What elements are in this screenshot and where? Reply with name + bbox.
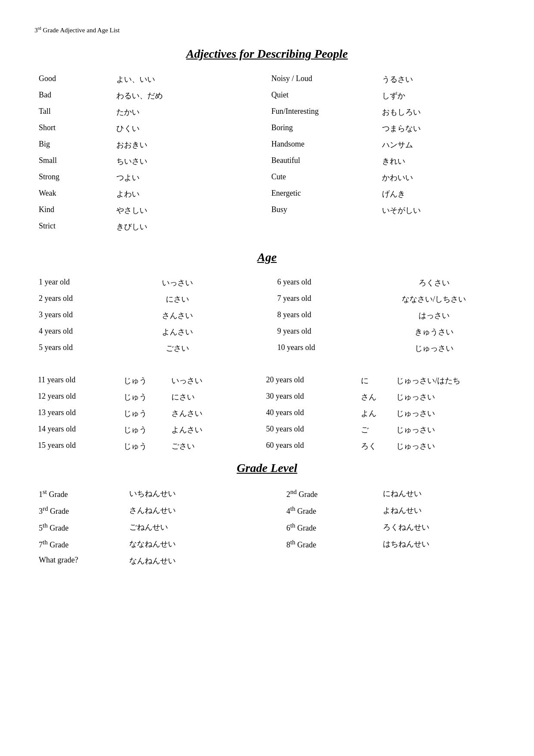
age-ext-jp1-left: じゅう xyxy=(120,405,168,422)
adj-eng-left: Bad xyxy=(34,87,112,104)
adj-eng-right xyxy=(267,219,378,235)
grade-jp-left: いちねんせい xyxy=(125,485,246,502)
grade-jp-right: はちねんせい xyxy=(379,536,500,553)
age-ext-jp2-left: よんさい xyxy=(168,422,239,438)
age-eng-right: 9 years old xyxy=(273,324,369,340)
adj-jp-right: ハンサム xyxy=(378,137,500,153)
adj-eng-left: Kind xyxy=(34,202,112,219)
adj-jp-left: よい、いい xyxy=(112,71,234,87)
age-title: Age xyxy=(34,250,500,264)
age-ext-jp1-right: に xyxy=(357,372,393,389)
age-ext-jp2-left: さんさい xyxy=(168,405,239,422)
age-jp-right: ななさい/しちさい xyxy=(368,291,500,307)
age-jp-left: さんさい xyxy=(118,307,237,324)
age-ext-jp2-left: ごさい xyxy=(168,438,239,454)
grade-eng-left: What grade? xyxy=(34,553,125,569)
age-jp-left: ごさい xyxy=(118,340,237,356)
adj-eng-right: Busy xyxy=(267,202,378,219)
grade-eng-left: 5th Grade xyxy=(34,519,125,536)
adjectives-table: Good よい、いい Noisy / Loud うるさい Bad わるい、だめ … xyxy=(34,71,500,235)
adj-eng-left: Strong xyxy=(34,169,112,186)
grade-table: 1st Grade いちねんせい 2nd Grade にねんせい 3rd Gra… xyxy=(34,485,500,569)
age-eng-left: 5 years old xyxy=(34,340,118,356)
age-jp-left: よんさい xyxy=(118,324,237,340)
age-table-11plus: 11 years old じゅう いっさい 20 years old に じゅっ… xyxy=(34,372,500,454)
adj-jp-left: やさしい xyxy=(112,202,234,219)
age-ext-jp1-left: じゅう xyxy=(120,422,168,438)
age-ext-jp2-left: にさい xyxy=(168,389,239,405)
adj-jp-right: きれい xyxy=(378,153,500,169)
grade-jp-right xyxy=(379,553,500,569)
age-ext-jp1-right: よん xyxy=(357,405,393,422)
adj-jp-right: つまらない xyxy=(378,120,500,137)
adj-eng-left: Strict xyxy=(34,219,112,235)
grade-jp-right: ろくねんせい xyxy=(379,519,500,536)
age-ext-jp2-right: じゅっさい xyxy=(393,389,500,405)
age-jp-right: きゅうさい xyxy=(368,324,500,340)
age-ext-eng-left: 14 years old xyxy=(34,422,120,438)
page-subtitle: 3rd Grade Adjective and Age List xyxy=(34,26,500,34)
adj-eng-right: Handsome xyxy=(267,137,378,153)
age-ext-eng-left: 13 years old xyxy=(34,405,120,422)
adj-jp-left: きびしい xyxy=(112,219,234,235)
adj-eng-left: Small xyxy=(34,153,112,169)
age-eng-left: 1 year old xyxy=(34,275,118,291)
adj-jp-right: げんき xyxy=(378,186,500,202)
grade-jp-left: なんねんせい xyxy=(125,553,246,569)
grade-jp-right: よねんせい xyxy=(379,502,500,519)
age-eng-right: 10 years old xyxy=(273,340,369,356)
age-ext-jp1-right: さん xyxy=(357,389,393,405)
age-jp-left: いっさい xyxy=(118,275,237,291)
age-ext-eng-right: 50 years old xyxy=(263,422,357,438)
age-ext-jp1-left: じゅう xyxy=(120,438,168,454)
adj-eng-left: Short xyxy=(34,120,112,137)
adj-jp-left: ちいさい xyxy=(112,153,234,169)
adj-jp-left: つよい xyxy=(112,169,234,186)
grade-eng-right: 6th Grade xyxy=(282,519,379,536)
age-ext-jp2-left: いっさい xyxy=(168,372,239,389)
age-jp-left: にさい xyxy=(118,291,237,307)
age-eng-left: 2 years old xyxy=(34,291,118,307)
age-ext-eng-right: 20 years old xyxy=(263,372,357,389)
grade-eng-right: 4th Grade xyxy=(282,502,379,519)
adj-jp-right xyxy=(378,219,500,235)
age-ext-jp2-right: じゅっさい xyxy=(393,438,500,454)
age-ext-eng-right: 40 years old xyxy=(263,405,357,422)
adj-eng-right: Cute xyxy=(267,169,378,186)
age-ext-eng-left: 11 years old xyxy=(34,372,120,389)
age-ext-jp2-right: じゅっさい xyxy=(393,422,500,438)
grade-jp-left: ごねんせい xyxy=(125,519,246,536)
grade-eng-left: 3rd Grade xyxy=(34,502,125,519)
age-eng-right: 8 years old xyxy=(273,307,369,324)
age-jp-right: じゅっさい xyxy=(368,340,500,356)
adj-jp-right: しずか xyxy=(378,87,500,104)
adj-eng-right: Beautiful xyxy=(267,153,378,169)
age-eng-right: 7 years old xyxy=(273,291,369,307)
age-ext-eng-left: 12 years old xyxy=(34,389,120,405)
age-ext-jp2-right: じゅっさい/はたち xyxy=(393,372,500,389)
adj-jp-right: おもしろい xyxy=(378,104,500,120)
age-ext-jp1-right: ご xyxy=(357,422,393,438)
grade-title: Grade Level xyxy=(34,461,500,475)
adj-jp-left: ひくい xyxy=(112,120,234,137)
grade-eng-left: 7th Grade xyxy=(34,536,125,553)
grade-jp-left: ななねんせい xyxy=(125,536,246,553)
adj-eng-right: Noisy / Loud xyxy=(267,71,378,87)
grade-eng-right: 2nd Grade xyxy=(282,485,379,502)
adj-eng-right: Fun/Interesting xyxy=(267,104,378,120)
adj-jp-right: かわいい xyxy=(378,169,500,186)
grade-jp-right: にねんせい xyxy=(379,485,500,502)
age-ext-jp1-left: じゅう xyxy=(120,389,168,405)
adj-jp-right: うるさい xyxy=(378,71,500,87)
adjectives-title: Adjectives for Describing People xyxy=(34,47,500,61)
adj-jp-left: わるい、だめ xyxy=(112,87,234,104)
age-eng-right: 6 years old xyxy=(273,275,369,291)
age-jp-right: ろくさい xyxy=(368,275,500,291)
adj-jp-left: おおきい xyxy=(112,137,234,153)
adj-eng-left: Big xyxy=(34,137,112,153)
age-ext-eng-right: 60 years old xyxy=(263,438,357,454)
adj-eng-left: Tall xyxy=(34,104,112,120)
age-eng-left: 4 years old xyxy=(34,324,118,340)
age-ext-eng-left: 15 years old xyxy=(34,438,120,454)
grade-eng-left: 1st Grade xyxy=(34,485,125,502)
